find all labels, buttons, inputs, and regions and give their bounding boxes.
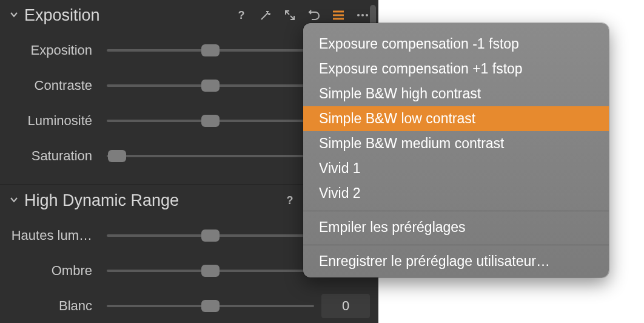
preset-item[interactable]: Vivid 2 bbox=[303, 181, 609, 206]
slider-thumb[interactable] bbox=[201, 229, 220, 242]
slider-thumb[interactable] bbox=[201, 80, 220, 92]
preset-item[interactable]: Simple B&W low contrast bbox=[303, 106, 609, 131]
svg-point-1 bbox=[357, 14, 360, 16]
chevron-down-icon bbox=[10, 195, 17, 203]
slider[interactable] bbox=[107, 112, 314, 130]
group-toolbar: ? bbox=[234, 8, 370, 22]
preset-item[interactable]: Exposure compensation -1 fstop bbox=[303, 32, 609, 56]
help-icon[interactable]: ? bbox=[234, 8, 249, 22]
presets-icon[interactable] bbox=[331, 8, 346, 22]
save-preset-item[interactable]: Enregistrer le préréglage utilisateur… bbox=[303, 249, 609, 274]
undo-icon[interactable] bbox=[307, 8, 321, 22]
slider[interactable] bbox=[107, 147, 314, 165]
svg-point-3 bbox=[366, 14, 368, 16]
divider bbox=[303, 245, 609, 245]
group-title: Exposition bbox=[24, 6, 234, 25]
wand-icon[interactable] bbox=[258, 8, 273, 22]
chevron-down-icon bbox=[10, 10, 17, 18]
preset-item[interactable]: Simple B&W high contrast bbox=[303, 81, 609, 106]
slider[interactable] bbox=[107, 41, 314, 59]
svg-point-2 bbox=[361, 14, 364, 16]
slider-row: Blanc 0 bbox=[0, 288, 378, 323]
stack-presets-item[interactable]: Empiler les préréglages bbox=[303, 215, 609, 240]
slider-thumb[interactable] bbox=[201, 44, 220, 56]
svg-text:?: ? bbox=[238, 9, 245, 21]
preset-item[interactable]: Vivid 1 bbox=[303, 156, 609, 181]
slider-thumb[interactable] bbox=[201, 115, 220, 127]
slider-label: Exposition bbox=[10, 42, 107, 58]
svg-text:?: ? bbox=[287, 194, 293, 206]
more-icon[interactable] bbox=[355, 8, 370, 22]
expand-icon[interactable] bbox=[283, 8, 297, 22]
slider[interactable] bbox=[107, 76, 314, 95]
slider[interactable] bbox=[107, 297, 314, 315]
slider-thumb[interactable] bbox=[108, 150, 126, 162]
help-icon[interactable]: ? bbox=[283, 193, 297, 208]
presets-popup: Exposure compensation -1 fstop Exposure … bbox=[303, 23, 609, 277]
slider[interactable] bbox=[107, 262, 314, 280]
divider bbox=[303, 211, 609, 211]
slider-label: Blanc bbox=[10, 298, 107, 314]
slider-thumb[interactable] bbox=[201, 265, 220, 277]
slider-label: Hautes lum… bbox=[10, 228, 107, 243]
slider-label: Luminosité bbox=[10, 113, 107, 129]
preset-item[interactable]: Simple B&W medium contrast bbox=[303, 131, 609, 156]
preset-item[interactable]: Exposure compensation +1 fstop bbox=[303, 56, 609, 81]
presets-list: Exposure compensation -1 fstop Exposure … bbox=[303, 29, 609, 208]
slider[interactable] bbox=[107, 226, 314, 245]
slider-value[interactable]: 0 bbox=[321, 294, 370, 318]
group-title: High Dynamic Range bbox=[24, 191, 283, 210]
slider-thumb[interactable] bbox=[201, 300, 220, 312]
slider-label: Ombre bbox=[10, 263, 107, 279]
slider-label: Contraste bbox=[10, 78, 107, 93]
slider-label: Saturation bbox=[10, 148, 107, 164]
